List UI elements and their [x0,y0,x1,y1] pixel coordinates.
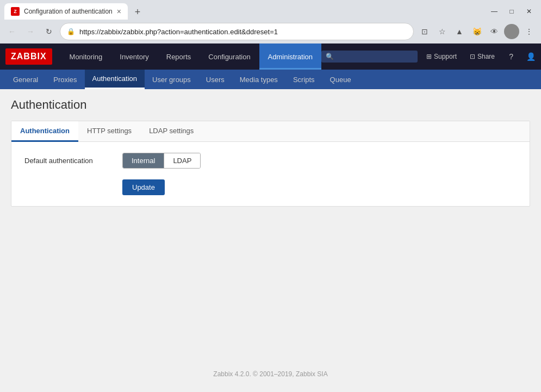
subnav-item-general[interactable]: General [5,70,46,89]
forward-button[interactable]: → [23,24,38,39]
subnav-item-authentication[interactable]: Authentication [85,70,145,89]
subnav-item-media-types[interactable]: Media types [232,70,285,89]
menu-icon[interactable]: ⋮ [521,24,537,39]
content-body: Default authentication Internal LDAP Upd… [11,142,530,206]
lock-icon: 🔒 [67,28,75,35]
top-nav: ZABBIX Monitoring Inventory Reports Conf… [0,43,541,70]
bookmark-icon[interactable]: ☆ [434,24,450,39]
top-nav-right: 🔍 ⊞ Support ⊡ Share ? 👤 ⏻ [321,49,541,64]
nav-item-inventory[interactable]: Inventory [111,43,157,70]
user-button[interactable]: 👤 [523,49,538,64]
browser-tab[interactable]: Z Configuration of authentication × [4,3,128,20]
minimize-button[interactable]: — [487,4,502,19]
nav-item-reports[interactable]: Reports [158,43,200,70]
subnav-item-scripts[interactable]: Scripts [285,70,322,89]
zabbix-app: ZABBIX Monitoring Inventory Reports Conf… [0,43,541,392]
nav-item-monitoring[interactable]: Monitoring [61,43,111,70]
page-title: Authentication [11,98,530,112]
extension1-icon[interactable]: ▲ [452,24,467,39]
help-button[interactable]: ? [503,49,519,64]
sub-nav: General Proxies Authentication User grou… [0,70,541,89]
search-box[interactable]: 🔍 [321,51,418,63]
nav-item-configuration[interactable]: Configuration [200,43,259,70]
profile-avatar[interactable] [504,24,519,39]
page-footer: Zabbix 4.2.0. © 2001–2019, Zabbix SIA [11,365,530,383]
new-tab-button[interactable]: + [130,4,145,20]
search-icon: 🔍 [326,53,334,60]
support-icon: ⊞ [426,53,432,60]
update-button[interactable]: Update [122,179,165,195]
footer-text: Zabbix 4.2.0. © 2001–2019, Zabbix SIA [213,370,327,378]
zabbix-logo[interactable]: ZABBIX [5,48,52,65]
content-tabs: Authentication HTTP settings LDAP settin… [11,121,530,142]
browser-chrome: Z Configuration of authentication × + — … [0,0,541,43]
share-button[interactable]: ⊡ Share [465,51,499,63]
default-auth-label: Default authentication [24,157,122,165]
emoji-icon[interactable]: 😸 [469,24,484,39]
tab-http-settings[interactable]: HTTP settings [78,121,140,142]
tab-authentication[interactable]: Authentication [11,121,78,142]
page-content: Authentication Authentication HTTP setti… [0,89,541,392]
auth-ldap-button[interactable]: LDAP [164,153,200,168]
refresh-button[interactable]: ↻ [41,24,57,39]
tab-ldap-settings[interactable]: LDAP settings [140,121,202,142]
support-button[interactable]: ⊞ Support [422,51,461,63]
nav-item-administration[interactable]: Administration [259,43,321,70]
subnav-item-proxies[interactable]: Proxies [46,70,84,89]
auth-internal-button[interactable]: Internal [123,153,164,168]
auth-radio-group: Internal LDAP [122,153,201,169]
tab-label: Configuration of authentication [24,8,113,15]
subnav-item-queue[interactable]: Queue [322,70,359,89]
share-icon: ⊡ [470,53,475,60]
close-button[interactable]: ✕ [521,4,537,19]
back-button[interactable]: ← [4,24,20,39]
update-row: Update [122,177,517,195]
maximize-button[interactable]: □ [504,4,519,19]
top-nav-items: Monitoring Inventory Reports Configurati… [61,43,321,70]
search-input[interactable] [337,53,413,60]
address-bar[interactable]: 🔒 https://zabbix/zabbix.php?action=authe… [60,23,414,40]
cast-icon[interactable]: ⊡ [417,24,432,39]
default-auth-row: Default authentication Internal LDAP [24,153,517,169]
extension2-icon[interactable]: 👁 [487,24,502,39]
content-box: Authentication HTTP settings LDAP settin… [11,121,530,207]
subnav-item-users[interactable]: Users [198,70,232,89]
subnav-item-user-groups[interactable]: User groups [145,70,198,89]
tab-close-button[interactable]: × [117,8,121,15]
url-text: https://zabbix/zabbix.php?action=authent… [79,28,407,36]
tab-favicon: Z [11,7,20,16]
